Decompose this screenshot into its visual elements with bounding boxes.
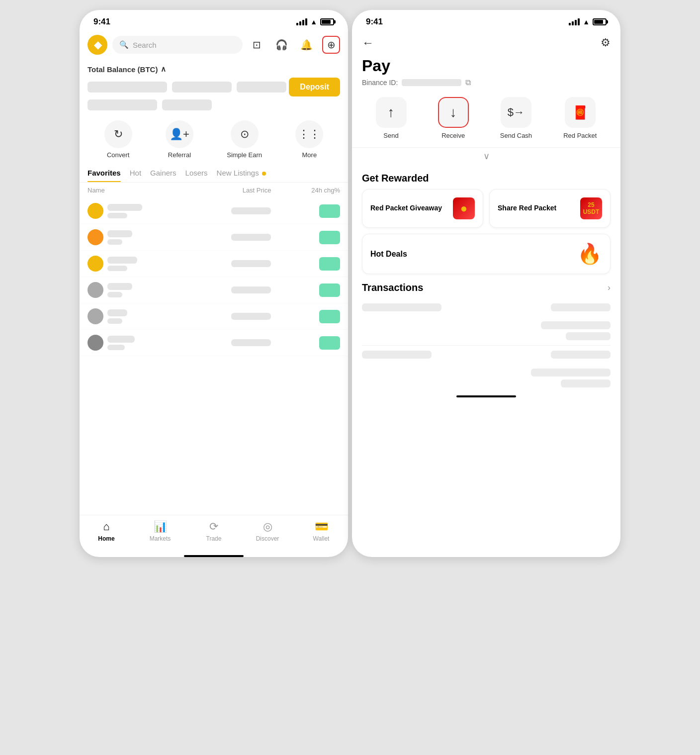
col-price-header: Last Price — [179, 187, 271, 194]
referral-icon: 👤+ — [166, 120, 193, 148]
price-value — [231, 313, 271, 320]
search-icon: 🔍 — [119, 40, 129, 49]
receive-icon: ↓ — [438, 97, 469, 128]
price-value — [231, 207, 271, 214]
send-cash-label: Send Cash — [500, 132, 532, 139]
coin-icon — [88, 203, 103, 219]
balance-row: Deposit — [88, 78, 340, 96]
back-button[interactable]: ← — [362, 36, 374, 50]
pay-icon-left[interactable]: ⊕ — [322, 36, 340, 54]
coin-name — [107, 336, 135, 343]
battery-icon — [320, 18, 334, 25]
tab-gainers[interactable]: Gainers — [150, 169, 176, 182]
transaction-row-1-sub — [352, 316, 620, 345]
price-value — [231, 339, 271, 346]
copy-icon[interactable]: ⧉ — [465, 78, 471, 87]
binance-id-row: Binance ID: ⧉ — [352, 76, 620, 93]
transactions-chevron-icon[interactable]: › — [608, 283, 611, 293]
home-icon: ⌂ — [103, 520, 109, 533]
chevron-up-icon: ∧ — [161, 65, 166, 74]
binance-logo[interactable]: ◆ — [88, 35, 107, 55]
deposit-button[interactable]: Deposit — [289, 78, 340, 96]
price-value — [231, 286, 271, 293]
table-row[interactable]: ​ — [80, 277, 348, 303]
tab-favorites[interactable]: Favorites — [88, 169, 121, 182]
hot-deals-card[interactable]: Hot Deals 🔥 — [362, 234, 611, 274]
table-header: Name Last Price 24h chg% — [80, 183, 348, 198]
hot-deals-icon: 🔥 — [577, 242, 602, 266]
pay-action-send[interactable]: ↑ Send — [376, 97, 407, 139]
get-rewarded-title: Get Rewarded — [352, 165, 620, 189]
tx-amount-1 — [551, 303, 611, 311]
coin-symbol — [107, 292, 122, 297]
right-header: ← ⚙ — [352, 31, 620, 55]
table-row[interactable]: ​ — [80, 224, 348, 251]
transaction-row-1[interactable] — [352, 298, 620, 316]
receive-label: Receive — [441, 132, 465, 139]
coin-symbol — [107, 266, 127, 271]
quick-action-more[interactable]: ⋮⋮ More — [295, 120, 323, 159]
coin-symbol — [107, 239, 122, 245]
reward-cards: Red Packet Giveaway ● Share Red Packet 2… — [352, 189, 620, 228]
nav-trade-label: Trade — [206, 535, 222, 542]
tab-hot[interactable]: Hot — [130, 169, 141, 182]
nav-wallet[interactable]: 💳 Wallet — [294, 520, 348, 542]
table-row[interactable]: ​ — [80, 251, 348, 277]
table-row[interactable]: ​ — [80, 330, 348, 356]
wifi-icon-right: ▲ — [583, 18, 590, 26]
nav-discover[interactable]: ◎ Discover — [241, 520, 294, 542]
change-badge: ​ — [319, 310, 340, 323]
simple-earn-label: Simple Earn — [227, 151, 262, 159]
tx-sub-1 — [541, 321, 611, 329]
bottom-nav: ⌂ Home 📊 Markets ⟳ Trade ◎ Discover 💳 — [80, 515, 348, 552]
convert-icon: ↻ — [104, 120, 132, 148]
quick-action-simple-earn[interactable]: ⊙ Simple Earn — [227, 120, 262, 159]
quick-action-convert[interactable]: ↻ Convert — [104, 120, 132, 159]
transaction-row-2[interactable] — [352, 346, 620, 364]
convert-label: Convert — [107, 151, 130, 159]
hot-deals-text: Hot Deals — [370, 250, 407, 259]
tx-sub-3 — [531, 369, 611, 377]
red-packet-giveaway-card[interactable]: Red Packet Giveaway ● — [362, 189, 483, 228]
nav-home[interactable]: ⌂ Home — [80, 520, 133, 542]
col-name-header: Name — [88, 187, 179, 194]
page-title: Pay — [352, 55, 620, 76]
pay-action-send-cash[interactable]: $→ Send Cash — [500, 97, 532, 139]
bell-icon[interactable]: 🔔 — [297, 36, 315, 54]
settings-button[interactable]: ⚙ — [601, 36, 611, 49]
nav-markets[interactable]: 📊 Markets — [133, 520, 187, 542]
nav-trade[interactable]: ⟳ Trade — [187, 520, 241, 542]
tx-sub-2 — [566, 332, 611, 340]
tab-new-listings[interactable]: New Listings — [217, 169, 266, 182]
battery-icon-right — [593, 18, 607, 25]
search-bar[interactable]: 🔍 Search — [112, 36, 243, 54]
balance-sub-value — [88, 99, 157, 110]
tab-losers[interactable]: Losers — [185, 169, 208, 182]
coin-name — [107, 257, 137, 264]
status-bar-left: 9:41 ▲ — [80, 10, 348, 31]
coin-icon — [88, 282, 103, 298]
nav-wallet-label: Wallet — [313, 535, 330, 542]
pay-action-red-packet[interactable]: 🧧 Red Packet — [563, 97, 597, 139]
coin-icon — [88, 308, 103, 324]
more-icon: ⋮⋮ — [295, 120, 323, 148]
more-label: More — [302, 151, 317, 159]
table-row[interactable]: ​ — [80, 303, 348, 330]
chevron-down-icon[interactable]: ∨ — [352, 148, 620, 165]
balance-section: Total Balance (BTC) ∧ Deposit — [80, 59, 348, 114]
coin-name — [107, 283, 132, 290]
send-label: Send — [383, 132, 398, 139]
headset-icon[interactable]: 🎧 — [272, 36, 290, 54]
scan-icon[interactable]: ⊡ — [248, 36, 265, 54]
price-value — [231, 260, 271, 267]
send-icon: ↑ — [376, 97, 407, 128]
table-row[interactable]: ​ — [80, 198, 348, 224]
quick-action-referral[interactable]: 👤+ Referral — [166, 120, 193, 159]
change-badge: ​ — [319, 336, 340, 350]
pay-action-receive[interactable]: ↓ Receive — [438, 97, 469, 139]
signal-icon — [296, 18, 307, 25]
wallet-icon: 💳 — [315, 520, 328, 533]
change-badge: ​ — [319, 283, 340, 297]
share-red-packet-card[interactable]: Share Red Packet 25USDT — [489, 189, 611, 228]
status-icons-right: ▲ — [569, 18, 607, 26]
